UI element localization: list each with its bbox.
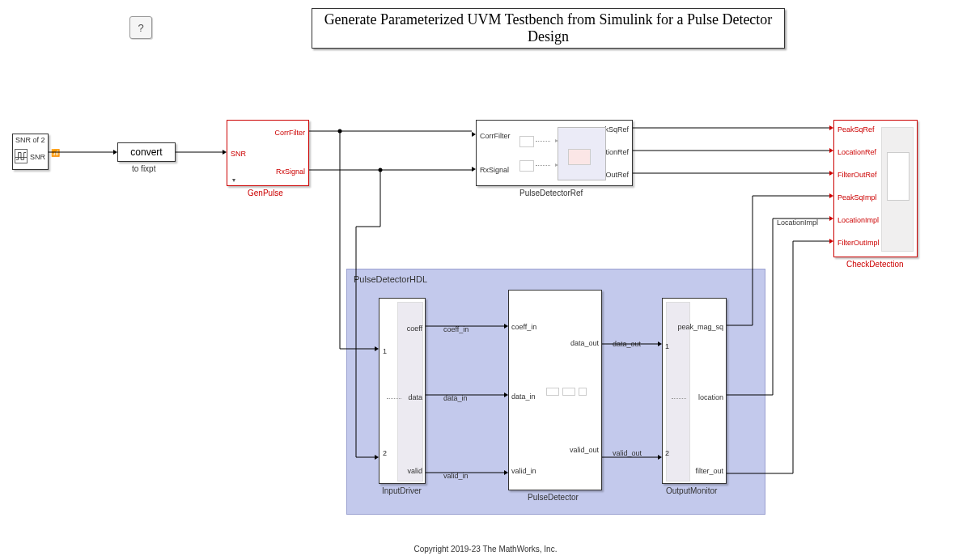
sig-data-in: data_in <box>443 394 468 402</box>
convert-block[interactable]: convert <box>117 142 176 162</box>
genpulse-out-corrfilter: CorrFilter <box>275 129 306 137</box>
arrow-icon <box>829 171 833 176</box>
refdet-caption: PulseDetectorRef <box>519 189 583 197</box>
detector-caption: PulseDetector <box>528 493 579 502</box>
convert-label: convert <box>130 146 162 158</box>
checkdet-p2: LocationRef <box>837 148 876 156</box>
arrow-icon <box>829 193 833 198</box>
copyright-footer: Copyright 2019-23 The MathWorks, Inc. <box>0 545 971 554</box>
monitor-in1: 1 <box>665 342 669 350</box>
snr-source-block[interactable]: SNR of 2 SNR <box>12 134 49 170</box>
det-in-data: data_in <box>511 392 536 401</box>
monitor-in2: 2 <box>665 449 669 457</box>
refdet-in-rxsignal: RxSignal <box>480 166 509 174</box>
waveform-icon <box>15 149 28 163</box>
arrow-icon <box>375 455 379 460</box>
diagram-title: Generate Parameterized UVM Testbench fro… <box>312 8 785 49</box>
snr-port-label: SNR <box>30 153 45 161</box>
checkdet-p4: PeakSqImpl <box>837 193 877 202</box>
genpulse-out-rxsignal: RxSignal <box>276 168 305 176</box>
det-in-coeff: coeff_in <box>511 323 536 331</box>
arrow-icon <box>829 216 833 221</box>
arrow-icon <box>504 392 508 397</box>
arrow-icon <box>223 150 227 155</box>
convert-caption: to fixpt <box>132 164 155 173</box>
hdl-region-label: PulseDetectorHDL <box>354 274 427 284</box>
sig-valid-out: valid_out <box>613 449 642 457</box>
driver-in2: 2 <box>383 449 387 457</box>
genpulse-caption: GenPulse <box>248 189 283 197</box>
help-button[interactable]: ? <box>129 16 152 39</box>
arrow-icon <box>658 342 662 346</box>
refdet-in-corrfilter: CorrFilter <box>480 132 511 140</box>
snr-source-title: SNR of 2 <box>15 136 45 144</box>
checkdet-p3: FilterOutRef <box>837 171 877 179</box>
arrow-icon <box>829 125 833 130</box>
sig-coeff-in: coeff_in <box>443 325 469 333</box>
monitor-caption: OutputMonitor <box>666 486 717 495</box>
arrow-icon <box>829 148 833 153</box>
arrow-icon <box>375 346 379 351</box>
arrow-icon <box>504 470 508 475</box>
checkdet-p6: FilterOutImpl <box>837 239 880 247</box>
monitor-filt: filter_out <box>695 467 723 475</box>
genpulse-block[interactable]: SNR CorrFilter RxSignal <box>227 120 309 186</box>
driver-data: data <box>408 393 422 401</box>
checkdet-caption: CheckDetection <box>846 260 904 269</box>
sig-locationimpl: LocationImpl <box>777 218 818 227</box>
svg-point-1 <box>379 168 383 172</box>
arrow-icon <box>472 132 476 137</box>
monitor-loc: location <box>698 393 723 401</box>
checkdet-p1: PeakSqRef <box>837 125 875 134</box>
arrow-icon <box>504 324 508 329</box>
svg-point-0 <box>338 129 342 134</box>
arrow-icon <box>113 150 117 155</box>
pulsedetector-block[interactable]: coeff_in data_in valid_in data_out valid… <box>508 290 602 490</box>
driver-valid: valid <box>407 467 422 475</box>
checkdetection-block[interactable]: PeakSqRef LocationRef FilterOutRef PeakS… <box>833 120 918 257</box>
driver-coeff: coeff <box>407 325 422 333</box>
monitor-peak: peak_mag_sq <box>677 323 723 331</box>
link-icon <box>232 179 235 182</box>
checkdet-p5: LocationImpl <box>837 216 879 224</box>
det-out-data: data_out <box>570 339 599 347</box>
outputmonitor-block[interactable]: 1 2 peak_mag_sq location filter_out <box>662 298 727 484</box>
genpulse-in-snr: SNR <box>231 150 246 158</box>
driver-caption: InputDriver <box>382 486 422 495</box>
signal-icon: 📶 <box>51 149 60 157</box>
det-out-valid: valid_out <box>570 446 599 454</box>
sig-data-out: data_out <box>613 340 641 348</box>
checkdet-subsystem-preview <box>881 127 914 252</box>
arrow-icon <box>658 455 662 460</box>
driver-in1: 1 <box>383 347 387 355</box>
sig-valid-in: valid_in <box>443 472 469 480</box>
arrow-icon <box>472 167 476 172</box>
arrow-icon <box>829 239 833 244</box>
refdet-subsystem-preview <box>558 127 606 180</box>
det-in-valid: valid_in <box>511 467 536 475</box>
inputdriver-block[interactable]: 1 2 coeff data valid <box>379 298 426 484</box>
pulsedetectorref-block[interactable]: CorrFilter RxSignal PeakSqRef LocationRe… <box>476 120 633 186</box>
